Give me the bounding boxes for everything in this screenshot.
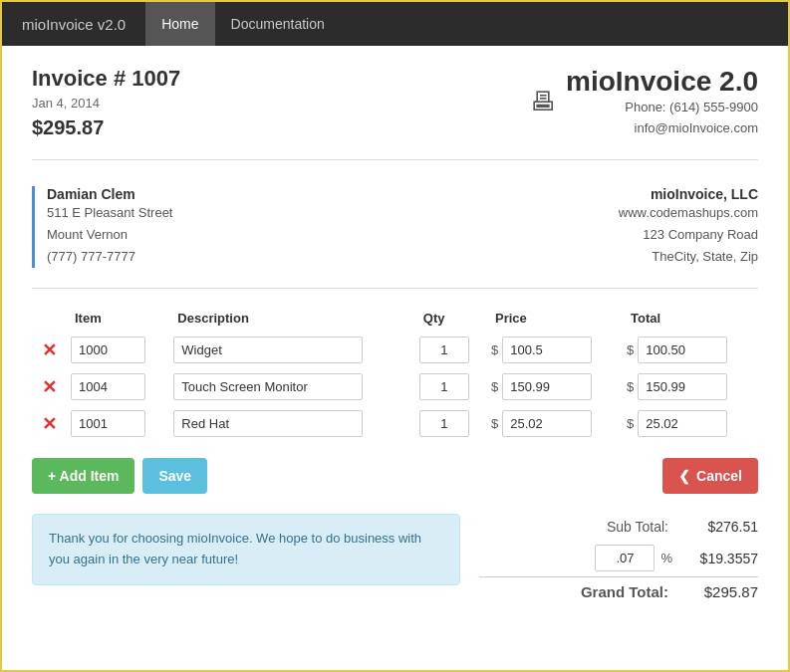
desc-cell-0 — [169, 332, 414, 368]
address-section: Damian Clem 511 E Pleasant Street Mount … — [32, 176, 758, 268]
desc-cell-1 — [169, 368, 414, 405]
client-phone: (777) 777-7777 — [47, 246, 172, 268]
subtotal-row: Sub Total: $276.51 — [479, 514, 758, 540]
delete-row-button-2[interactable]: ✕ — [36, 411, 63, 437]
item-input-0[interactable] — [71, 336, 145, 363]
main-content: Invoice # 1007 Jan 4, 2014 $295.87 🖶 mio… — [2, 46, 788, 670]
header-divider — [32, 159, 758, 160]
desc-cell-2 — [169, 405, 414, 442]
table-body: ✕ $ $ — [32, 332, 758, 442]
table-row: ✕ $ $ — [32, 332, 758, 368]
qty-cell-2 — [415, 405, 487, 442]
printer-icon: 🖶 — [530, 87, 556, 117]
item-cell-0 — [67, 332, 169, 368]
th-item: Item — [67, 305, 169, 332]
total-input-0[interactable] — [638, 336, 727, 363]
total-cell-2: $ — [623, 405, 758, 442]
company-address2: TheCity, State, Zip — [619, 246, 758, 268]
total-input-1[interactable] — [638, 373, 727, 400]
save-button[interactable]: Save — [142, 458, 207, 494]
item-cell-1 — [67, 368, 169, 405]
th-description: Description — [169, 305, 414, 332]
action-row: + Add Item Save ❮ Cancel — [32, 458, 758, 494]
company-address1: 123 Company Road — [619, 224, 758, 246]
company-name: mioInvoice, LLC — [619, 186, 758, 202]
grand-total-value: $295.87 — [678, 583, 758, 600]
price-input-1[interactable] — [502, 373, 592, 400]
price-cell-0: $ — [487, 332, 623, 368]
client-name: Damian Clem — [47, 186, 172, 202]
client-address1: 511 E Pleasant Street — [47, 202, 172, 224]
price-dollar-2: $ — [491, 416, 498, 431]
invoice-date: Jan 4, 2014 — [32, 96, 180, 111]
total-dollar-0: $ — [627, 342, 634, 357]
total-cell-0: $ — [623, 332, 758, 368]
grand-total-label: Grand Total: — [579, 583, 668, 600]
client-address: Damian Clem 511 E Pleasant Street Mount … — [32, 186, 172, 268]
add-item-button[interactable]: + Add Item — [32, 458, 134, 494]
app-container: mioInvoice v2.0 Home Documentation Invoi… — [0, 0, 790, 672]
th-qty: Qty — [415, 305, 487, 332]
company-address: mioInvoice, LLC www.codemashups.com 123 … — [619, 186, 758, 268]
grand-total-row: Grand Total: $295.87 — [479, 576, 758, 605]
price-cell-2: $ — [487, 405, 623, 442]
desc-input-1[interactable] — [173, 373, 363, 400]
company-logo-text: mioInvoice 2.0 — [566, 66, 758, 98]
navbar: mioInvoice v2.0 Home Documentation — [2, 2, 788, 46]
desc-input-2[interactable] — [173, 410, 363, 437]
nav-brand: mioInvoice v2.0 — [12, 16, 135, 33]
qty-cell-1 — [415, 368, 487, 405]
qty-input-0[interactable] — [419, 336, 469, 363]
invoice-info: Invoice # 1007 Jan 4, 2014 $295.87 — [32, 66, 180, 139]
company-info-header: 🖶 mioInvoice 2.0 Phone: (614) 555-9900 i… — [530, 66, 758, 139]
address-divider — [32, 288, 758, 289]
subtotal-label: Sub Total: — [579, 519, 668, 535]
tax-amount-value: $19.3557 — [678, 551, 758, 566]
invoice-total-display: $295.87 — [32, 116, 180, 139]
tax-row: % $19.3557 — [479, 540, 758, 576]
item-cell-2 — [67, 405, 169, 442]
qty-input-1[interactable] — [419, 373, 469, 400]
nav-home[interactable]: Home — [145, 2, 214, 46]
price-input-0[interactable] — [502, 336, 592, 363]
tax-rate-input[interactable] — [595, 545, 655, 571]
total-dollar-1: $ — [627, 379, 634, 394]
table-header-row: Item Description Qty Price Total — [32, 305, 758, 332]
qty-input-2[interactable] — [419, 410, 469, 437]
company-website: www.codemashups.com — [619, 202, 758, 224]
company-phone: Phone: (614) 555-9900 — [566, 98, 758, 118]
invoice-title: Invoice # 1007 — [32, 66, 180, 92]
total-dollar-2: $ — [627, 416, 634, 431]
delete-row-button-1[interactable]: ✕ — [36, 374, 63, 400]
item-input-2[interactable] — [71, 410, 145, 437]
total-input-2[interactable] — [638, 410, 727, 437]
thank-you-text: Thank you for choosing mioInvoice. We ho… — [49, 531, 421, 566]
table-row: ✕ $ $ — [32, 405, 758, 442]
delete-cell-1: ✕ — [32, 368, 67, 405]
price-dollar-1: $ — [491, 379, 498, 394]
qty-cell-0 — [415, 332, 487, 368]
totals-section: Sub Total: $276.51 % $19.3557 Grand Tota… — [479, 514, 758, 605]
company-details-header: mioInvoice 2.0 Phone: (614) 555-9900 inf… — [566, 66, 758, 139]
thank-you-box: Thank you for choosing mioInvoice. We ho… — [32, 514, 460, 585]
total-cell-1: $ — [623, 368, 758, 405]
price-cell-1: $ — [487, 368, 623, 405]
cancel-label: Cancel — [696, 468, 742, 484]
th-total: Total — [623, 305, 758, 332]
delete-row-button-0[interactable]: ✕ — [36, 337, 63, 363]
header-row: Invoice # 1007 Jan 4, 2014 $295.87 🖶 mio… — [32, 66, 758, 139]
delete-cell-0: ✕ — [32, 332, 67, 368]
price-dollar-0: $ — [491, 342, 498, 357]
table-row: ✕ $ $ — [32, 368, 758, 405]
nav-documentation[interactable]: Documentation — [215, 2, 341, 46]
company-email: info@mioInvoice.com — [566, 118, 758, 139]
th-delete — [32, 305, 67, 332]
item-input-1[interactable] — [71, 373, 145, 400]
left-actions: + Add Item Save — [32, 458, 207, 494]
price-input-2[interactable] — [502, 410, 592, 437]
desc-input-0[interactable] — [173, 336, 363, 363]
table-head: Item Description Qty Price Total — [32, 305, 758, 332]
client-city: Mount Vernon — [47, 224, 172, 246]
cancel-button[interactable]: ❮ Cancel — [662, 458, 758, 494]
delete-cell-2: ✕ — [32, 405, 67, 442]
